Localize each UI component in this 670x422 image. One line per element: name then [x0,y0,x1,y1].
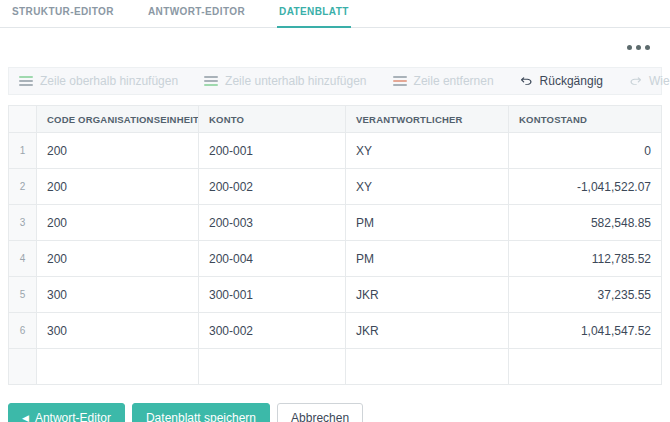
tab-bar: STRUKTUR-EDITOR ANTWORT-EDITOR DATENBLAT… [0,0,670,28]
row-number-cell[interactable]: 6 [9,313,37,349]
table-row [9,349,662,385]
cell-konto[interactable]: 300-001 [199,277,346,313]
remove-row-button[interactable]: Zeile entfernen [393,74,494,88]
cell-kontostand[interactable]: 0 [509,133,662,169]
footer-actions: ◀ Antwort-Editor Datenblatt speichern Ab… [8,403,670,422]
cell-code-organisationseinheit[interactable]: 200 [37,205,199,241]
table-header-row: CODE ORGANISATIONSEINHEIT KONTO VERANTWO… [9,106,662,133]
datasheet-table: CODE ORGANISATIONSEINHEIT KONTO VERANTWO… [8,105,662,385]
cell-code-organisationseinheit[interactable]: 200 [37,169,199,205]
cell-konto[interactable] [199,349,346,385]
cell-konto[interactable]: 200-004 [199,241,346,277]
row-number-header [9,106,37,133]
cell-code-organisationseinheit[interactable]: 200 [37,133,199,169]
remove-row-icon [393,76,407,86]
cell-code-organisationseinheit[interactable]: 200 [37,241,199,277]
tab-datenblatt[interactable]: DATENBLATT [277,0,351,28]
cell-verantwortlicher[interactable]: JKR [346,313,509,349]
row-number-cell[interactable]: 2 [9,169,37,205]
add-row-above-icon [19,76,33,86]
cell-konto[interactable]: 300-002 [199,313,346,349]
header-actions-row [0,28,670,67]
tab-struktur-editor[interactable]: STRUKTUR-EDITOR [10,0,116,28]
cell-kontostand[interactable] [509,349,662,385]
add-row-above-button[interactable]: Zeile oberhalb hinzufügen [19,74,178,88]
table-row: 6300300-002JKR1,041,547.52 [9,313,662,349]
cell-verantwortlicher[interactable]: XY [346,133,509,169]
undo-icon [520,75,533,88]
abbrechen-button-label: Abbrechen [291,411,349,422]
antwort-editor-button[interactable]: ◀ Antwort-Editor [8,403,125,422]
redo-label: Wiederherstellen [649,74,670,88]
tab-antwort-editor[interactable]: ANTWORT-EDITOR [146,0,247,28]
cell-verantwortlicher[interactable]: JKR [346,277,509,313]
add-row-above-label: Zeile oberhalb hinzufügen [40,74,178,88]
cell-verantwortlicher[interactable]: XY [346,169,509,205]
redo-button[interactable]: Wiederherstellen [629,74,670,88]
cell-code-organisationseinheit[interactable] [37,349,199,385]
cell-kontostand[interactable]: 112,785.52 [509,241,662,277]
table-row: 3200200-003PM582,548.85 [9,205,662,241]
cell-konto[interactable]: 200-003 [199,205,346,241]
cell-kontostand[interactable]: 1,041,547.52 [509,313,662,349]
column-header-verantwortlicher: VERANTWORTLICHER [346,106,509,133]
datenblatt-speichern-button-label: Datenblatt speichern [146,411,256,422]
abbrechen-button[interactable]: Abbrechen [277,403,363,422]
cell-code-organisationseinheit[interactable]: 300 [37,313,199,349]
add-row-below-button[interactable]: Zeile unterhalb hinzufügen [204,74,366,88]
column-header-konto: KONTO [199,106,346,133]
more-ellipsis-icon[interactable] [623,41,654,54]
row-number-cell[interactable]: 1 [9,133,37,169]
add-row-below-icon [204,76,218,86]
table-body: 1200200-001XY02200200-002XY-1,041,522.07… [9,133,662,385]
undo-label: Rückgängig [540,74,603,88]
cell-verantwortlicher[interactable]: PM [346,241,509,277]
antwort-editor-button-label: Antwort-Editor [35,411,111,422]
redo-icon [629,75,642,88]
datasheet-toolbar: Zeile oberhalb hinzufügen Zeile unterhal… [8,67,662,95]
column-header-code: CODE ORGANISATIONSEINHEIT [37,106,199,133]
cell-konto[interactable]: 200-001 [199,133,346,169]
cell-verantwortlicher[interactable] [346,349,509,385]
table-row: 5300300-001JKR37,235.55 [9,277,662,313]
row-number-cell[interactable]: 4 [9,241,37,277]
datenblatt-speichern-button[interactable]: Datenblatt speichern [132,403,270,422]
column-header-kontostand: KONTOSTAND [509,106,662,133]
cell-kontostand[interactable]: 582,548.85 [509,205,662,241]
row-number-cell[interactable]: 5 [9,277,37,313]
table-row: 2200200-002XY-1,041,522.07 [9,169,662,205]
cell-verantwortlicher[interactable]: PM [346,205,509,241]
row-number-cell[interactable]: 3 [9,205,37,241]
row-number-cell[interactable] [9,349,37,385]
remove-row-label: Zeile entfernen [414,74,494,88]
cell-kontostand[interactable]: 37,235.55 [509,277,662,313]
cell-code-organisationseinheit[interactable]: 300 [37,277,199,313]
table-row: 1200200-001XY0 [9,133,662,169]
undo-button[interactable]: Rückgängig [520,74,603,88]
cell-konto[interactable]: 200-002 [199,169,346,205]
table-row: 4200200-004PM112,785.52 [9,241,662,277]
cell-kontostand[interactable]: -1,041,522.07 [509,169,662,205]
back-arrow-icon: ◀ [22,414,29,422]
add-row-below-label: Zeile unterhalb hinzufügen [225,74,366,88]
